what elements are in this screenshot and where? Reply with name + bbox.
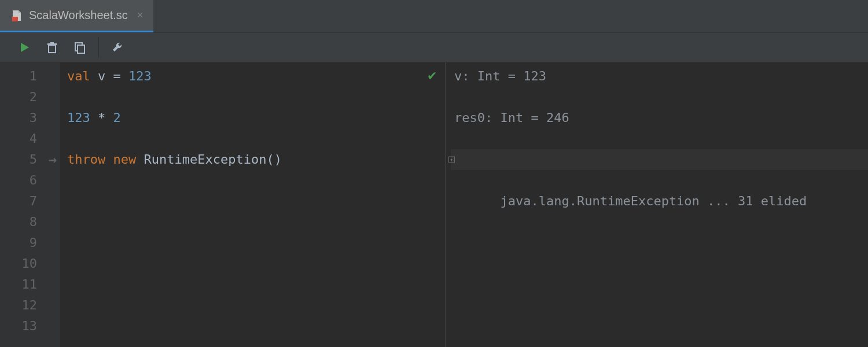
main-split: 1 2 3 4 5→ 6 7 8 9 10 11 12 13 ✔ val v =…	[0, 62, 868, 347]
code-area[interactable]: ✔ val v = 123 123 * 2 throw new RuntimeE…	[60, 62, 446, 347]
code-line	[67, 128, 446, 149]
code-line: throw new RuntimeException()	[67, 149, 446, 170]
svg-rect-3	[47, 43, 57, 45]
output-line	[451, 87, 868, 108]
code-line	[67, 316, 446, 337]
code-line	[67, 191, 446, 212]
output-line: res0: Int = 246	[451, 108, 868, 128]
line-number: 8	[0, 212, 60, 232]
status-ok-icon: ✔	[428, 67, 436, 83]
line-number: 13	[0, 316, 60, 337]
line-number: 11	[0, 274, 60, 295]
line-number: 12	[0, 295, 60, 316]
svg-rect-0	[12, 17, 18, 19]
code-line	[67, 87, 446, 108]
line-number: 9	[0, 232, 60, 253]
code-line	[67, 232, 446, 253]
code-line: val v = 123	[67, 66, 446, 87]
run-button[interactable]	[10, 32, 38, 62]
line-number: 3	[0, 108, 60, 128]
tab-bar: ScalaWorksheet.sc ×	[0, 0, 868, 32]
copy-button[interactable]	[66, 32, 94, 62]
tab-filename: ScalaWorksheet.sc	[29, 9, 128, 22]
exec-marker-icon: →	[49, 149, 57, 170]
line-number: 2	[0, 87, 60, 108]
clear-button[interactable]	[38, 32, 66, 62]
line-number: 4	[0, 128, 60, 149]
line-gutter: 1 2 3 4 5→ 6 7 8 9 10 11 12 13	[0, 62, 60, 347]
output-line	[451, 128, 868, 149]
expand-fold-icon[interactable]: +	[448, 157, 455, 163]
output-pane[interactable]: v: Int = 123 res0: Int = 246 + java.lang…	[446, 62, 868, 347]
line-number: 10	[0, 253, 60, 274]
svg-rect-4	[50, 42, 54, 43]
code-line	[67, 274, 446, 295]
line-number: 5→	[0, 149, 60, 170]
svg-rect-1	[12, 19, 18, 21]
line-number: 6	[0, 170, 60, 191]
code-line	[67, 212, 446, 232]
tab-scala-worksheet[interactable]: ScalaWorksheet.sc ×	[0, 0, 153, 32]
svg-rect-6	[78, 45, 84, 53]
copy-icon	[73, 41, 86, 54]
wrench-icon	[111, 41, 124, 54]
trash-icon	[46, 41, 58, 54]
editor-pane[interactable]: 1 2 3 4 5→ 6 7 8 9 10 11 12 13 ✔ val v =…	[0, 62, 446, 347]
scala-file-icon	[10, 9, 23, 22]
error-text: java.lang.RuntimeException ... 31 elided	[500, 194, 807, 208]
output-line-error: + java.lang.RuntimeException ... 31 elid…	[451, 149, 868, 170]
settings-button[interactable]	[104, 32, 131, 62]
toolbar-divider	[98, 37, 99, 58]
line-number: 7	[0, 191, 60, 212]
svg-rect-2	[49, 45, 56, 53]
output-line: v: Int = 123	[451, 66, 868, 87]
close-tab-icon[interactable]: ×	[137, 9, 144, 21]
line-number: 1	[0, 66, 60, 87]
worksheet-toolbar	[0, 32, 868, 62]
code-line	[67, 170, 446, 191]
code-line	[67, 253, 446, 274]
code-line: 123 * 2	[67, 108, 446, 128]
code-line	[67, 295, 446, 316]
run-icon	[19, 42, 30, 53]
